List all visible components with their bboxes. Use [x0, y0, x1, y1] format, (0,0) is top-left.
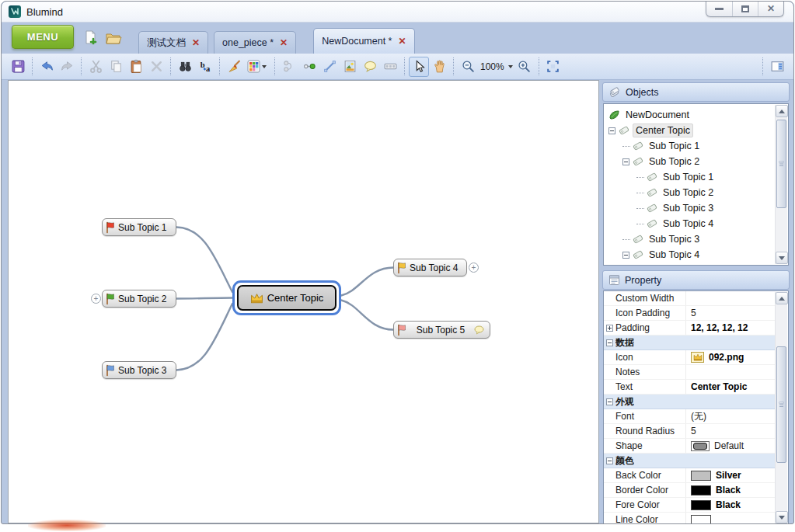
scroll-down-button[interactable]	[776, 511, 788, 523]
insert-image-button[interactable]	[340, 57, 360, 77]
new-document-button[interactable]	[82, 30, 99, 47]
replace-button[interactable]: ba	[195, 57, 215, 77]
redo-button[interactable]	[57, 57, 77, 77]
property-grid-scrollbar[interactable]	[775, 292, 787, 523]
tree-item-7[interactable]: Sub Topic 3	[604, 200, 775, 216]
property-row-15[interactable]: Fore ColorBlack	[604, 498, 775, 513]
maximize-button[interactable]	[732, 1, 758, 16]
close-button[interactable]: ✕	[758, 1, 783, 16]
select-tool-button[interactable]	[409, 57, 429, 77]
category-expander[interactable]	[606, 457, 613, 464]
tag-icon	[633, 141, 643, 151]
subtopic-node-st1[interactable]: Sub Topic 1	[102, 218, 176, 236]
minimize-button[interactable]	[706, 1, 732, 16]
progress-bar-button[interactable]	[380, 57, 400, 77]
property-expander[interactable]	[606, 325, 613, 332]
paste-button[interactable]	[126, 57, 146, 77]
undo-button[interactable]	[37, 57, 57, 77]
insert-note-button[interactable]	[360, 57, 380, 77]
zoom-level-value[interactable]: 100%	[480, 61, 504, 72]
property-row-5[interactable]: Icon092.png	[604, 350, 775, 365]
tree-item-3[interactable]: Sub Topic 1	[604, 138, 775, 154]
zoom-in-button[interactable]	[514, 57, 535, 77]
property-row-14[interactable]: Border ColorBlack	[604, 483, 775, 498]
scrollbar-thumb[interactable]	[776, 346, 786, 463]
property-category-12[interactable]: 颜色	[604, 454, 775, 468]
property-panel-header[interactable]: Property	[602, 270, 790, 290]
center-topic-node[interactable]: Center Topic	[232, 280, 341, 315]
subtopic-label: Sub Topic 2	[118, 294, 167, 304]
line-button[interactable]	[319, 57, 340, 77]
select-cursor-icon	[412, 59, 427, 74]
tag-icon	[633, 249, 643, 260]
property-row-11[interactable]: ShapeDefault	[604, 439, 775, 454]
copy-button[interactable]	[106, 57, 126, 77]
scrollbar-thumb[interactable]	[776, 120, 786, 208]
relationship-button[interactable]	[279, 57, 299, 77]
tab-close-icon[interactable]: ✕	[398, 37, 406, 46]
pan-tool-button[interactable]	[429, 57, 449, 77]
property-row-16[interactable]: Line Color	[604, 513, 775, 524]
tree-item-2[interactable]: Center Topic	[604, 123, 775, 138]
app-window: Blumind ✕ MENU 测试文档✕one_piece *✕NewDocum…	[1, 1, 794, 524]
find-button[interactable]	[175, 57, 195, 77]
format-brush-button[interactable]	[224, 57, 244, 77]
tag-icon	[619, 125, 629, 136]
subtopic-node-st5[interactable]: Sub Topic 5	[393, 321, 490, 339]
fit-to-window-button[interactable]	[543, 57, 563, 77]
scroll-down-button[interactable]	[776, 252, 788, 264]
property-row-10[interactable]: Round Radius5	[604, 424, 775, 439]
zoom-dropdown-caret[interactable]	[508, 65, 513, 68]
svg-text:a: a	[206, 64, 211, 73]
branch-collapse-button[interactable]: +	[91, 294, 101, 304]
scroll-up-button[interactable]	[776, 292, 788, 304]
document-tab-2[interactable]: one_piece *✕	[214, 31, 296, 54]
delete-button[interactable]	[146, 57, 166, 77]
property-row-6[interactable]: Notes	[604, 365, 775, 380]
color-palette-button[interactable]	[244, 57, 270, 77]
link-icon	[302, 59, 317, 74]
mindmap-canvas[interactable]: Sub Topic 1Sub Topic 2+Sub Topic 3Sub To…	[8, 80, 599, 523]
tab-close-icon[interactable]: ✕	[280, 38, 288, 47]
tree-item-1[interactable]: NewDocument	[604, 107, 775, 123]
link-button[interactable]	[299, 57, 319, 77]
toggle-right-panel-button[interactable]	[767, 57, 787, 77]
new-document-icon	[83, 30, 98, 46]
tree-item-4[interactable]: Sub Topic 2	[604, 154, 775, 169]
menu-button[interactable]: MENU	[12, 25, 74, 49]
objects-tree-scrollbar[interactable]	[775, 105, 787, 264]
subtopic-node-st3[interactable]: Sub Topic 3	[102, 361, 176, 379]
window-title: Blumind	[26, 6, 63, 18]
open-document-button[interactable]	[105, 30, 122, 47]
property-row-7[interactable]: TextCenter Topic	[604, 380, 775, 395]
tree-item-6[interactable]: Sub Topic 2	[604, 185, 775, 200]
tree-item-8[interactable]: Sub Topic 4	[604, 216, 775, 231]
property-category-4[interactable]: 数据	[604, 336, 775, 350]
property-row-2[interactable]: Icon Padding5	[604, 306, 775, 321]
zoom-out-button[interactable]	[458, 57, 478, 77]
tab-close-icon[interactable]: ✕	[192, 38, 200, 47]
property-row-9[interactable]: Font(无)	[604, 409, 775, 424]
scroll-up-button[interactable]	[776, 105, 788, 117]
document-tab-3[interactable]: NewDocument *✕	[313, 28, 414, 54]
save-button[interactable]	[8, 57, 28, 77]
subtopic-node-st4[interactable]: Sub Topic 4	[393, 259, 467, 276]
subtopic-node-st2[interactable]: Sub Topic 2	[102, 290, 176, 308]
branch-collapse-button[interactable]: +	[469, 263, 479, 273]
cut-button[interactable]	[85, 57, 106, 77]
tree-item-10[interactable]: Sub Topic 4	[604, 247, 775, 263]
category-expander[interactable]	[606, 339, 613, 346]
tree-item-9[interactable]: Sub Topic 3	[604, 231, 775, 247]
tree-item-5[interactable]: Sub Topic 1	[604, 169, 775, 185]
tags-icon	[608, 87, 621, 98]
property-row-13[interactable]: Back ColorSilver	[604, 468, 775, 483]
property-row-1[interactable]: Custom Width	[604, 291, 775, 306]
category-expander[interactable]	[606, 398, 613, 405]
objects-panel-header[interactable]: Objects	[602, 82, 790, 102]
document-tab-1[interactable]: 测试文档✕	[138, 31, 208, 54]
tree-expander[interactable]	[622, 252, 629, 259]
property-row-3[interactable]: Padding12, 12, 12, 12	[604, 321, 775, 336]
tree-expander[interactable]	[622, 158, 629, 165]
property-category-8[interactable]: 外观	[604, 395, 775, 409]
tree-expander[interactable]	[608, 127, 615, 134]
